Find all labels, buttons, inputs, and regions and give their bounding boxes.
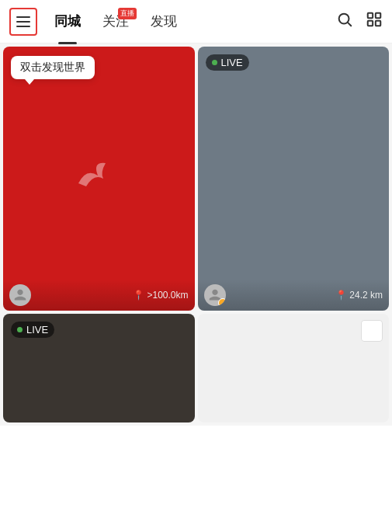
window-icon[interactable] xyxy=(366,11,383,33)
header-actions xyxy=(336,11,383,33)
tooltip-text: 双击发现世界 xyxy=(20,61,85,73)
live-dot-bottom xyxy=(17,327,23,332)
tab-guanzhu[interactable]: 关注 直播 xyxy=(92,12,140,30)
avatar xyxy=(9,284,31,306)
brand-icon xyxy=(71,154,117,203)
card-left[interactable]: 双击发现世界 📍 >100.0km xyxy=(3,47,195,311)
distance-label: 📍 >100.0km xyxy=(133,290,188,301)
distance-value-right: 24.2 km xyxy=(349,290,383,301)
live-tag: LIVE xyxy=(206,54,249,71)
tab-tongcheng-label: 同城 xyxy=(54,14,81,29)
bottom-right-content xyxy=(198,314,390,348)
card-right[interactable]: LIVE 📍 24.2 km xyxy=(198,47,390,311)
white-square xyxy=(361,320,383,342)
svg-rect-4 xyxy=(368,20,373,25)
location-icon-right: 📍 xyxy=(335,290,347,301)
tooltip: 双击发现世界 xyxy=(11,56,95,79)
nav-tabs: 同城 关注 直播 发现 xyxy=(43,12,336,30)
svg-rect-5 xyxy=(376,20,380,25)
svg-line-1 xyxy=(348,23,351,26)
location-icon: 📍 xyxy=(133,290,144,301)
card-footer: 📍 >100.0km xyxy=(3,280,195,311)
live-label-text: LIVE xyxy=(221,57,243,68)
card-footer-right: 📍 24.2 km xyxy=(198,280,390,311)
tab-tongcheng[interactable]: 同城 xyxy=(43,12,92,30)
card-bottom-left[interactable]: LIVE xyxy=(3,314,195,422)
distance-label-right: 📍 24.2 km xyxy=(335,290,383,301)
menu-button[interactable] xyxy=(9,8,37,36)
search-icon[interactable] xyxy=(336,11,353,33)
tab-faxian[interactable]: 发现 xyxy=(140,12,188,30)
tab-faxian-label: 发现 xyxy=(151,14,177,29)
live-dot xyxy=(212,60,217,65)
svg-rect-3 xyxy=(376,12,380,17)
content-grid: 双击发现世界 📍 >100.0km LIVE xyxy=(0,43,392,426)
live-label-bottom: LIVE xyxy=(26,324,48,336)
live-tag-bottom: LIVE xyxy=(11,322,54,338)
avatar-right xyxy=(204,284,226,306)
distance-value: >100.0km xyxy=(147,290,188,301)
app-header: 同城 关注 直播 发现 xyxy=(0,0,392,43)
avatar-badge xyxy=(218,298,226,306)
live-badge: 直播 xyxy=(118,8,137,19)
card-bottom-right[interactable] xyxy=(198,314,390,422)
svg-rect-2 xyxy=(368,12,373,17)
